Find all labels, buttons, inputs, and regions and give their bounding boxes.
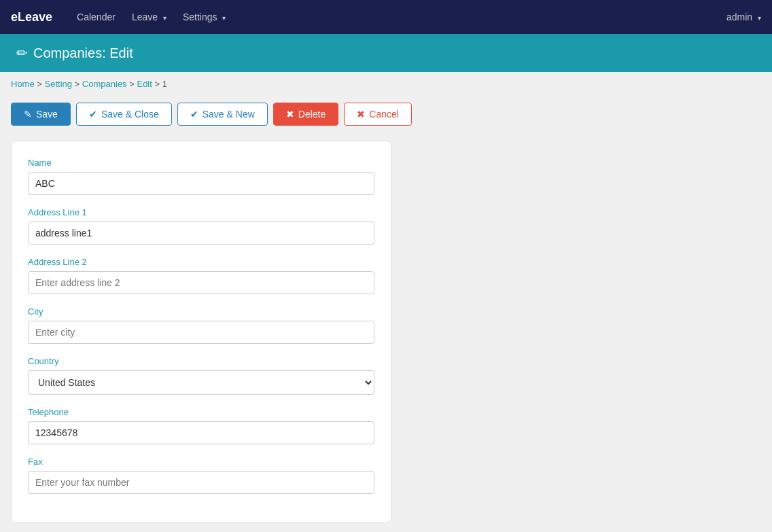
toolbar: ✎ Save ✔ Save & Close ✔ Save & New ✖ Del… <box>0 96 772 132</box>
city-label: City <box>28 306 374 317</box>
fax-group: Fax <box>28 457 374 494</box>
user-menu[interactable]: admin ▾ <box>726 12 761 22</box>
breadcrumb-id: 1 <box>162 79 167 89</box>
address2-label: Address Line 2 <box>28 257 374 267</box>
save-icon: ✎ <box>24 109 32 120</box>
breadcrumb-home[interactable]: Home <box>11 79 35 89</box>
navbar: eLeave Calender Leave ▾ Settings ▾ admin… <box>0 0 772 34</box>
address2-input[interactable] <box>28 271 374 294</box>
name-label: Name <box>28 158 374 168</box>
check-icon: ✔ <box>190 109 198 120</box>
address1-label: Address Line 1 <box>28 207 374 217</box>
nav-leave[interactable]: Leave ▾ <box>124 12 175 22</box>
company-form: Name Address Line 1 Address Line 2 City … <box>11 141 391 523</box>
fax-input[interactable] <box>28 471 374 494</box>
name-input[interactable] <box>28 172 374 195</box>
address1-group: Address Line 1 <box>28 207 374 245</box>
chevron-down-icon: ▾ <box>758 14 761 22</box>
city-group: City <box>28 306 374 344</box>
breadcrumb-edit[interactable]: Edit <box>137 79 152 89</box>
nav-settings[interactable]: Settings ▾ <box>175 12 234 22</box>
country-group: Country United StatesUnited KingdomCanad… <box>28 356 374 395</box>
telephone-group: Telephone <box>28 407 374 444</box>
telephone-label: Telephone <box>28 407 374 417</box>
breadcrumb-setting[interactable]: Setting <box>45 79 72 89</box>
city-input[interactable] <box>28 321 374 344</box>
page-header: ✏ Companies: Edit <box>0 34 772 72</box>
telephone-input[interactable] <box>28 421 374 444</box>
save-button[interactable]: ✎ Save <box>11 103 71 126</box>
country-select[interactable]: United StatesUnited KingdomCanadaAustral… <box>28 370 374 395</box>
breadcrumb: Home > Setting > Companies > Edit > 1 <box>0 72 772 96</box>
chevron-down-icon: ▾ <box>222 14 226 22</box>
address1-input[interactable] <box>28 221 374 245</box>
edit-icon: ✏ <box>16 45 28 61</box>
chevron-down-icon: ▾ <box>163 14 166 22</box>
delete-icon: ✖ <box>286 109 294 120</box>
name-group: Name <box>28 158 374 195</box>
country-label: Country <box>28 356 374 366</box>
fax-label: Fax <box>28 457 374 467</box>
address2-group: Address Line 2 <box>28 257 374 294</box>
brand-logo[interactable]: eLeave <box>11 10 52 24</box>
cancel-button[interactable]: ✖ Cancel <box>344 103 412 126</box>
check-icon: ✔ <box>89 109 97 120</box>
breadcrumb-companies[interactable]: Companies <box>82 79 127 89</box>
save-new-button[interactable]: ✔ Save & New <box>177 103 268 126</box>
nav-calender[interactable]: Calender <box>69 12 124 22</box>
page-title: Companies: Edit <box>33 46 133 61</box>
save-close-button[interactable]: ✔ Save & Close <box>76 103 172 126</box>
cancel-icon: ✖ <box>357 109 365 120</box>
delete-button[interactable]: ✖ Delete <box>273 103 338 126</box>
